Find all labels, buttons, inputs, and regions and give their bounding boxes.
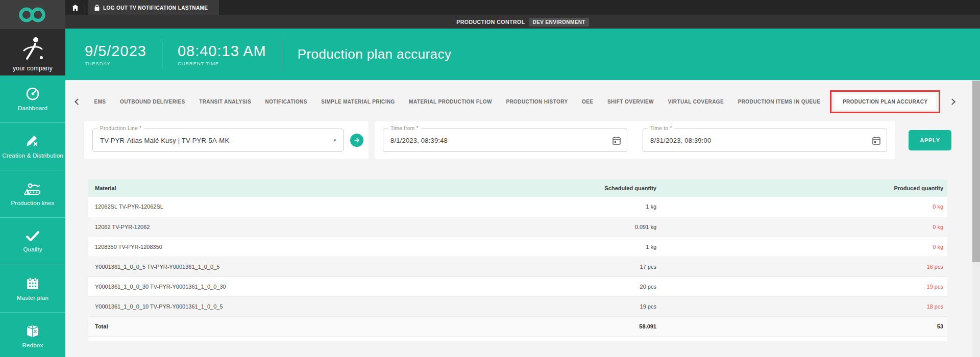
table-row: Y0001361_1_0_0_10 TV-PYR-Y0001361_1_0_0_… xyxy=(88,296,947,316)
table-total-row: Total 58.091 53 xyxy=(88,316,947,336)
accuracy-table-card: Material Scheduled quantity Produced qua… xyxy=(88,180,947,341)
sidebar-item-label: Redbox xyxy=(22,342,43,348)
total-label-cell: Total xyxy=(88,316,575,336)
scrollbar-thumb[interactable] xyxy=(972,81,980,262)
time-from-value: 8/1/2023, 08:39:48 xyxy=(390,137,448,144)
table-row: 12062SL TV-PYR-12062SL 1 kg 0 kg xyxy=(88,197,947,217)
home-button[interactable] xyxy=(65,0,85,15)
topbar-divider xyxy=(85,4,85,12)
tab-ems[interactable]: EMS xyxy=(94,99,106,105)
sidebar-item-label: Production lines xyxy=(11,200,54,206)
production-line-card: Production Line * TV-PYR-Atlas Malé Kusy… xyxy=(84,121,369,159)
tab-production-plan-accuracy[interactable]: PRODUCTION PLAN ACCURACY xyxy=(835,94,936,110)
lock-icon xyxy=(94,5,100,11)
apply-button[interactable]: APPLY xyxy=(909,130,951,150)
total-produced-cell: 53 xyxy=(656,316,947,336)
dashboard-gauge-icon xyxy=(26,87,40,101)
sidebar-item-quality[interactable]: Quality xyxy=(0,218,65,265)
table-row: 12062 TV-PYR-12062 0.091 kg 0 kg xyxy=(88,217,947,237)
time-to-value: 8/31/2023, 08:39:00 xyxy=(650,137,711,144)
current-time-caption: CURRENT TIME xyxy=(178,61,266,66)
logout-tab-label: LOG OUT TV NOTIFICATION LASTNAME xyxy=(103,5,208,11)
production-line-value: TV-PYR-Atlas Malé Kusy | TV-PYR-5A-MK xyxy=(100,137,229,144)
home-icon xyxy=(72,5,79,11)
tab-simple-material-pricing[interactable]: SIMPLE MATERIAL PRICING xyxy=(321,99,395,105)
time-from-label: Time from * xyxy=(388,125,421,131)
scheduled-cell: 20 pcs xyxy=(575,276,656,296)
page-header: 9/5/2023 TUESDAY 08:40:13 AM CURRENT TIM… xyxy=(65,29,980,80)
column-header-produced: Produced quantity xyxy=(656,180,947,197)
time-to-label: Time to * xyxy=(648,125,674,131)
current-date: 9/5/2023 xyxy=(85,43,146,59)
tab-production-items-in-queue[interactable]: PRODUCTION ITEMS IN QUEUE xyxy=(738,99,821,105)
time-block: 08:40:13 AM CURRENT TIME xyxy=(178,43,266,66)
tab-outbound-deliveries[interactable]: OUTBOUND DELIVERIES xyxy=(120,99,185,105)
redbox-icon xyxy=(25,324,40,338)
tab-production-history[interactable]: PRODUCTION HISTORY xyxy=(506,99,568,105)
tab-transit-analysis[interactable]: TRANSIT ANALYSIS xyxy=(199,99,251,105)
time-to-input[interactable]: Time to * 8/31/2023, 08:39:00 xyxy=(643,129,887,152)
material-cell: 1208350 TV-PYR-1208350 xyxy=(88,237,575,257)
column-header-material: Material xyxy=(88,180,575,197)
sidebar-item-production-lines[interactable]: Production lines xyxy=(0,170,65,218)
company-logo-icon xyxy=(21,35,44,63)
table-header-row: Material Scheduled quantity Produced qua… xyxy=(88,180,947,197)
table-row: 1208350 TV-PYR-1208350 1 kg 0 kg xyxy=(88,237,947,257)
produced-cell: 18 pcs xyxy=(656,296,947,316)
app-window: LOG OUT TV NOTIFICATION LASTNAME PRODUCT… xyxy=(0,0,980,357)
material-cell: Y0001361_1_0_0_10 TV-PYR-Y0001361_1_0_0_… xyxy=(88,296,575,316)
produced-cell: 0 kg xyxy=(656,197,947,217)
app-title: PRODUCTION CONTROL xyxy=(456,19,525,25)
header-divider xyxy=(162,39,162,70)
scheduled-cell: 1 kg xyxy=(575,237,656,257)
calendar-icon[interactable] xyxy=(612,136,621,145)
tab-notifications[interactable]: NOTIFICATIONS xyxy=(265,99,307,105)
production-line-select[interactable]: Production Line * TV-PYR-Atlas Malé Kusy… xyxy=(92,129,344,152)
tab-oee[interactable]: OEE xyxy=(582,99,593,105)
tab-label: PRODUCTION PLAN ACCURACY xyxy=(843,99,927,105)
environment-bar: PRODUCTION CONTROL DEV ENVIRONMENT xyxy=(65,15,980,29)
tab-virtual-coverage[interactable]: VIRTUAL COVERAGE xyxy=(668,99,724,105)
produced-cell: 0 kg xyxy=(656,217,947,237)
column-header-scheduled: Scheduled quantity xyxy=(575,180,656,197)
sidebar-item-redbox[interactable]: Redbox xyxy=(0,313,65,357)
sidebar-item-dashboard[interactable]: Dashboard xyxy=(0,75,65,123)
produced-cell: 16 pcs xyxy=(656,257,947,276)
header-divider xyxy=(282,39,282,70)
date-block: 9/5/2023 TUESDAY xyxy=(85,43,146,66)
scheduled-cell: 1 kg xyxy=(575,197,656,217)
sidebar-item-master-plan[interactable]: Master plan xyxy=(0,265,65,313)
quality-check-icon xyxy=(25,230,40,242)
current-time: 08:40:13 AM xyxy=(178,43,266,59)
infinity-logo-icon xyxy=(18,7,47,22)
tabs-scroll-left-icon[interactable] xyxy=(75,98,81,105)
material-cell: Y0001361_1_0_0_30 TV-PYR-Y0001361_1_0_0_… xyxy=(88,276,575,296)
tab-strip: EMS OUTBOUND DELIVERIES TRANSIT ANALYSIS… xyxy=(76,93,954,110)
time-range-card: Time from * 8/1/2023, 08:39:48 Time to *… xyxy=(375,121,895,159)
creation-distribution-icon xyxy=(26,134,40,148)
produced-cell: 0 kg xyxy=(656,237,947,257)
time-from-input[interactable]: Time from * 8/1/2023, 08:39:48 xyxy=(383,129,627,152)
page-title: Production plan accuracy xyxy=(298,46,452,62)
material-cell: 12062 TV-PYR-12062 xyxy=(88,217,575,237)
logout-tab[interactable]: LOG OUT TV NOTIFICATION LASTNAME xyxy=(88,0,219,15)
go-arrow-button[interactable] xyxy=(350,134,363,147)
sidebar-item-label: Master plan xyxy=(17,295,48,301)
sidebar: your company Dashboard Creation & Distri… xyxy=(0,0,65,357)
top-bar: LOG OUT TV NOTIFICATION LASTNAME xyxy=(65,0,980,15)
chevron-down-icon[interactable]: ▼ xyxy=(333,138,337,143)
sidebar-item-label: Dashboard xyxy=(18,105,47,111)
sidebar-item-label: Quality xyxy=(23,246,42,252)
sidebar-item-label: Creation & Distribution xyxy=(2,152,63,159)
tab-shift-overview[interactable]: SHIFT OVERVIEW xyxy=(607,99,654,105)
calendar-icon[interactable] xyxy=(872,136,880,145)
sidebar-item-creation-distribution[interactable]: Creation & Distribution xyxy=(0,123,65,170)
vertical-scrollbar xyxy=(972,80,980,357)
scheduled-cell: 17 pcs xyxy=(575,257,656,276)
tab-material-production-flow[interactable]: MATERIAL PRODUCTION FLOW xyxy=(409,99,492,105)
environment-badge: DEV ENVIRONMENT xyxy=(529,18,589,27)
accuracy-table: Material Scheduled quantity Produced qua… xyxy=(88,180,947,337)
brand-logo-box[interactable] xyxy=(0,0,65,29)
tabs-scroll-right-icon[interactable] xyxy=(949,98,955,105)
current-day: TUESDAY xyxy=(85,61,146,66)
